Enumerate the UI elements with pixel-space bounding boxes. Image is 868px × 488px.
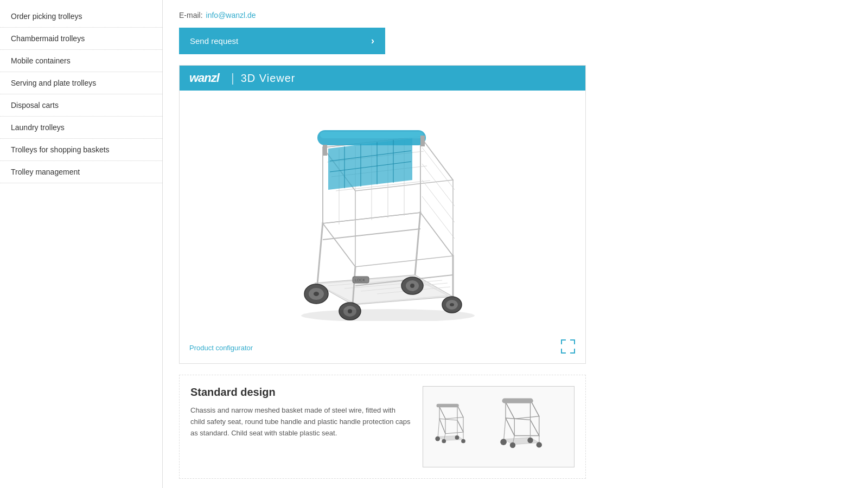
wanzl-logo: wanzl: [189, 71, 219, 85]
svg-rect-59: [437, 404, 459, 408]
svg-marker-21: [328, 138, 412, 190]
sidebar-item-laundry-trolleys[interactable]: Laundry trolleys: [0, 117, 162, 139]
standard-design-thumbnails: [428, 391, 569, 462]
svg-marker-56: [457, 406, 463, 433]
svg-point-51: [450, 303, 454, 306]
email-link[interactable]: info@wanzl.de: [206, 11, 256, 20]
standard-design-description: Chassis and narrow meshed basket made of…: [190, 405, 412, 439]
svg-line-75: [504, 418, 506, 439]
main-content: E-mail: info@wanzl.de Send request › wan…: [163, 0, 868, 488]
svg-point-79: [500, 439, 507, 445]
svg-marker-3: [323, 213, 453, 267]
svg-marker-58: [439, 419, 463, 434]
viewer-body: LOCK: [180, 91, 585, 335]
sidebar-item-mobile-containers[interactable]: Mobile containers: [0, 50, 162, 72]
sidebar-item-trolleys-shopping-baskets[interactable]: Trolleys for shopping baskets: [0, 139, 162, 161]
viewer-title: 3D Viewer: [241, 72, 296, 85]
viewer-footer: Product configurator: [180, 335, 585, 363]
svg-marker-70: [531, 400, 539, 435]
send-request-button[interactable]: Send request ›: [179, 28, 385, 54]
svg-point-65: [435, 436, 440, 441]
svg-point-67: [455, 435, 459, 440]
svg-line-15: [422, 180, 455, 222]
svg-point-66: [442, 439, 446, 444]
svg-point-68: [461, 439, 465, 444]
svg-rect-20: [420, 136, 425, 146]
svg-rect-19: [323, 145, 327, 156]
svg-line-36: [415, 211, 420, 275]
sidebar-item-chambermaid-trolleys[interactable]: Chambermaid trolleys: [0, 28, 162, 50]
svg-rect-18: [320, 132, 423, 138]
send-request-label: Send request: [190, 36, 238, 46]
sidebar-item-disposal-carts[interactable]: Disposal carts: [0, 94, 162, 117]
sidebar-item-order-picking-trolleys[interactable]: Order picking trolleys: [0, 5, 162, 28]
svg-marker-74: [504, 438, 539, 445]
svg-line-13: [422, 147, 455, 190]
svg-line-16: [422, 196, 455, 239]
viewer-header: wanzl | 3D Viewer: [180, 66, 585, 91]
expand-icon[interactable]: [560, 339, 576, 357]
svg-text:LOCK: LOCK: [355, 278, 365, 282]
svg-point-42: [314, 292, 319, 296]
svg-marker-60: [438, 436, 463, 441]
shopping-cart-3d: LOCK: [269, 104, 496, 321]
svg-marker-1: [420, 137, 453, 256]
sidebar-item-serving-plate-trolleys[interactable]: Serving and plate trolleys: [0, 72, 162, 94]
viewer-divider: |: [231, 71, 234, 85]
viewer-container: wanzl | 3D Viewer: [179, 65, 586, 364]
svg-rect-73: [502, 399, 533, 403]
svg-point-82: [537, 442, 542, 447]
email-label: E-mail:: [179, 11, 203, 20]
sidebar: Order picking trolleysChambermaid trolle…: [0, 0, 163, 488]
svg-line-14: [422, 164, 455, 206]
svg-point-81: [527, 438, 533, 443]
email-row: E-mail: info@wanzl.de: [179, 11, 852, 20]
svg-point-48: [410, 284, 414, 288]
svg-marker-29: [317, 276, 448, 304]
standard-design-title: Standard design: [190, 386, 412, 399]
svg-line-38: [323, 229, 420, 240]
standard-design-section: Standard design Chassis and narrow meshe…: [179, 375, 586, 479]
svg-line-34: [317, 222, 323, 284]
svg-marker-72: [506, 418, 539, 436]
svg-point-80: [510, 442, 515, 448]
send-request-chevron: ›: [371, 35, 374, 47]
standard-design-text: Standard design Chassis and narrow meshe…: [190, 386, 412, 439]
sidebar-item-trolley-management[interactable]: Trolley management: [0, 161, 162, 183]
product-configurator-link[interactable]: Product configurator: [189, 344, 253, 352]
standard-design-image: [423, 386, 575, 467]
svg-line-61: [438, 419, 439, 436]
